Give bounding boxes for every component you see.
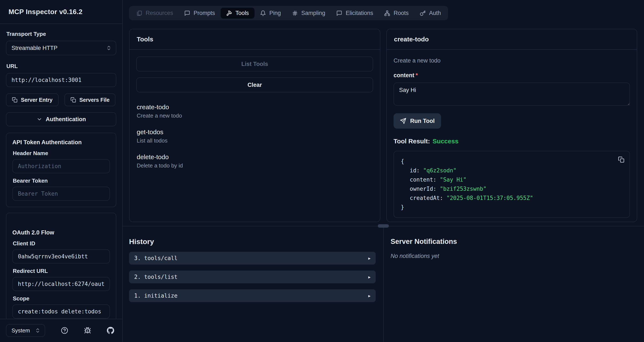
history-item[interactable]: 2. tools/list ▶ xyxy=(129,271,376,283)
notifications-empty-message: No notifications yet xyxy=(390,253,637,259)
header-name-label: Header Name xyxy=(13,150,110,156)
tool-result-json: { id:"q6z2sodn" content:"Say Hi" ownerId… xyxy=(394,151,630,218)
copy-icon xyxy=(12,97,18,103)
tab-label: Resources xyxy=(146,10,173,17)
header-name-input[interactable] xyxy=(12,159,110,173)
json-key: id: xyxy=(410,167,420,174)
tool-name: get-todos xyxy=(137,128,373,136)
history-panel: History 3. tools/call ▶ 2. tools/list ▶ … xyxy=(123,226,383,342)
tool-description: Create a new todo xyxy=(137,112,373,119)
required-marker: * xyxy=(416,72,418,79)
json-key: content: xyxy=(410,177,436,183)
sidebar-header: MCP Inspector v0.16.2 xyxy=(0,0,122,24)
json-value: "Say Hi" xyxy=(440,177,466,183)
run-tool-button[interactable]: Run Tool xyxy=(394,113,441,129)
tool-detail-description: Create a new todo xyxy=(394,57,630,64)
app-title: MCP Inspector v0.16.2 xyxy=(8,8,83,16)
json-value: "q6z2sodn" xyxy=(423,167,456,174)
api-token-title: API Token Authentication xyxy=(12,139,110,146)
authentication-toggle-label: Authentication xyxy=(46,116,86,123)
bell-icon xyxy=(260,10,266,16)
oauth-title: OAuth 2.0 Flow xyxy=(12,229,110,236)
expand-caret-icon: ▶ xyxy=(368,275,370,279)
hammer-icon xyxy=(226,10,232,16)
network-icon xyxy=(384,10,390,16)
sidebar: MCP Inspector v0.16.2 Transport Type Str… xyxy=(0,0,123,342)
key-icon xyxy=(420,10,426,16)
tab-sampling[interactable]: Sampling xyxy=(286,8,331,19)
json-line: content:"Say Hi" xyxy=(401,175,623,184)
tab-elicitations[interactable]: Elicitations xyxy=(331,8,379,19)
history-title: History xyxy=(129,237,376,246)
content-field-input[interactable]: Say Hi xyxy=(394,83,630,106)
server-entry-button[interactable]: Server Entry xyxy=(6,93,58,106)
server-entry-label: Server Entry xyxy=(21,97,52,103)
redirect-url-input[interactable] xyxy=(12,277,110,291)
history-item[interactable]: 1. initialize ▶ xyxy=(129,289,376,302)
tab-label: Auth xyxy=(429,10,441,17)
tool-list-item-delete-todo[interactable]: delete-todo Delete a todo by id xyxy=(137,153,373,169)
panels-row: Tools List Tools Clear create-todo Creat… xyxy=(129,29,637,222)
tool-list-item-get-todos[interactable]: get-todos List all todos xyxy=(137,128,373,144)
content-field-label-row: content* xyxy=(394,72,630,79)
tab-label: Elicitations xyxy=(346,10,373,17)
bottom-row: History 3. tools/call ▶ 2. tools/list ▶ … xyxy=(123,226,644,342)
sidebar-footer: System xyxy=(0,319,122,342)
copy-icon xyxy=(70,97,76,103)
tab-tools[interactable]: Tools xyxy=(221,8,254,19)
message-square-icon xyxy=(336,10,342,16)
transport-type-label: Transport Type xyxy=(6,31,116,37)
tool-name: delete-todo xyxy=(137,153,373,161)
tab-prompts[interactable]: Prompts xyxy=(179,8,221,19)
tab-label: Sampling xyxy=(301,10,326,17)
clear-button[interactable]: Clear xyxy=(136,77,373,92)
tab-label: Roots xyxy=(394,10,409,17)
transport-type-value: Streamable HTTP xyxy=(12,45,58,51)
app-root: MCP Inspector v0.16.2 Transport Type Str… xyxy=(0,0,644,342)
client-id-input[interactable] xyxy=(12,249,110,263)
tool-list-item-create-todo[interactable]: create-todo Create a new todo xyxy=(137,103,373,119)
help-icon[interactable] xyxy=(61,327,68,334)
json-line: createdAt:"2025-08-01T15:37:05.955Z" xyxy=(401,194,623,203)
tool-result-label: Tool Result: xyxy=(394,138,430,145)
tab-label: Tools xyxy=(236,10,249,17)
url-label: URL xyxy=(6,63,116,70)
tool-detail-title: create-todo xyxy=(387,29,637,50)
bearer-token-input[interactable] xyxy=(12,187,110,201)
copy-icon xyxy=(618,156,624,163)
json-line: id:"q6z2sodn" xyxy=(401,166,623,175)
servers-file-button[interactable]: Servers File xyxy=(64,93,116,106)
expand-caret-icon: ▶ xyxy=(368,294,370,298)
history-item[interactable]: 3. tools/call ▶ xyxy=(129,252,376,265)
api-token-section: API Token Authentication Header Name Bea… xyxy=(6,133,116,207)
tab-ping[interactable]: Ping xyxy=(254,8,286,19)
tab-resources[interactable]: Resources xyxy=(131,8,179,19)
bug-icon[interactable] xyxy=(84,327,91,334)
scope-label: Scope xyxy=(13,295,110,302)
list-tools-button[interactable]: List Tools xyxy=(136,57,373,71)
history-item-label: 1. initialize xyxy=(134,292,178,299)
server-config-buttons: Server Entry Servers File xyxy=(6,93,116,106)
split-drag-handle[interactable] xyxy=(378,224,389,228)
tool-description: Delete a todo by id xyxy=(137,162,373,169)
copy-result-button[interactable] xyxy=(617,155,625,165)
github-icon[interactable] xyxy=(107,327,114,334)
scope-input[interactable] xyxy=(12,304,110,318)
main-area: Resources Prompts Tools Ping Sampling El… xyxy=(123,0,644,342)
send-icon xyxy=(400,118,406,124)
authentication-toggle[interactable]: Authentication xyxy=(6,112,116,126)
tab-auth[interactable]: Auth xyxy=(414,8,446,19)
tool-result-status: Success xyxy=(432,138,458,145)
theme-select[interactable]: System xyxy=(6,324,45,337)
transport-type-select[interactable]: Streamable HTTP xyxy=(6,41,116,55)
url-input[interactable] xyxy=(6,73,116,87)
hash-icon xyxy=(292,10,298,16)
tools-panel-body: List Tools Clear create-todo Create a ne… xyxy=(130,50,380,222)
files-icon xyxy=(136,10,142,16)
json-key: ownerId: xyxy=(410,186,436,192)
servers-file-label: Servers File xyxy=(80,97,110,103)
tab-label: Ping xyxy=(270,10,281,17)
tools-panel-title: Tools xyxy=(130,29,380,50)
tab-roots[interactable]: Roots xyxy=(379,8,414,19)
json-open-brace: { xyxy=(401,157,623,166)
